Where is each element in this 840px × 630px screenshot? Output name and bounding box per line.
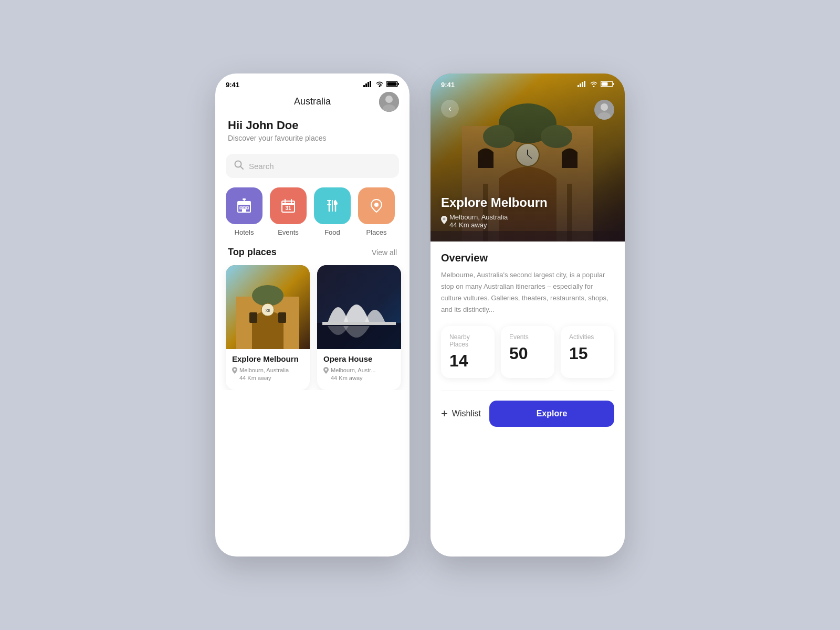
svg-rect-18 — [242, 209, 246, 212]
svg-line-12 — [240, 166, 243, 169]
stat-events: Events 50 — [501, 326, 554, 378]
events-stat-label: Events — [509, 333, 546, 341]
status-icons-2 — [578, 81, 614, 89]
hotels-icon-bg — [226, 187, 262, 224]
svg-point-43 — [325, 369, 327, 371]
status-icons-1 — [363, 81, 399, 89]
svg-rect-59 — [584, 81, 585, 87]
svg-rect-63 — [602, 82, 608, 86]
place-card-2[interactable]: Opera House Melbourn, Austr... 44 Km awa… — [317, 265, 401, 390]
svg-point-31 — [374, 203, 379, 207]
svg-rect-15 — [240, 207, 242, 209]
signal-icon-2 — [578, 81, 587, 89]
user-avatar-2[interactable] — [594, 100, 614, 120]
svg-rect-7 — [387, 82, 397, 86]
place-info-1: Explore Melbourn Melbourn, Australia 44 … — [226, 349, 310, 390]
wifi-icon-2 — [590, 81, 598, 89]
signal-icon — [363, 81, 373, 89]
place-loc-text-2: Melbourn, Austr... 44 Km away — [331, 366, 376, 383]
app-title: Australia — [294, 96, 331, 107]
divider — [441, 391, 614, 391]
place-location-1: Melbourn, Australia 44 Km away — [232, 366, 303, 383]
svg-rect-62 — [613, 83, 614, 85]
nearby-label: Nearby Places — [449, 333, 486, 348]
stats-row: Nearby Places 14 Events 50 Activities 15 — [441, 326, 614, 378]
hotels-label: Hotels — [235, 228, 254, 236]
place-loc-text-1: Melbourn, Australia 44 Km away — [239, 366, 289, 383]
events-icon-bg: 31 — [270, 187, 307, 224]
search-bar[interactable]: Search — [226, 154, 399, 178]
category-hotels[interactable]: Hotels — [226, 187, 262, 236]
hero-location: Melbourn, Australia 44 Km away — [441, 213, 548, 229]
time-2: 9:41 — [441, 81, 455, 89]
status-bar-1: 9:41 — [215, 74, 410, 92]
nearby-value: 14 — [449, 351, 486, 371]
stat-activities: Activities 15 — [561, 326, 614, 378]
back-button[interactable]: ‹ — [441, 100, 459, 118]
svg-rect-57 — [580, 83, 581, 87]
places-icon-bg — [358, 187, 395, 224]
svg-point-34 — [252, 285, 284, 306]
place-card-1[interactable]: XII Explore Melbourn Melbourn, Australia… — [226, 265, 310, 390]
action-row: + Wishlist Explore — [441, 401, 614, 437]
svg-rect-58 — [582, 82, 583, 87]
category-places[interactable]: Places — [358, 187, 395, 236]
explore-button[interactable]: Explore — [489, 401, 614, 427]
svg-point-9 — [385, 96, 393, 103]
wifi-icon — [375, 81, 384, 89]
place-image-1: XII — [226, 265, 310, 349]
phone-screen-2: 9:41 — [430, 74, 625, 556]
detail-section: Overview Melbourne, Australia's second l… — [430, 242, 625, 556]
top-places-title: Top places — [228, 247, 277, 258]
place-location-2: Melbourn, Austr... 44 Km away — [323, 366, 395, 383]
events-label: Events — [278, 228, 299, 236]
hero-pin-icon — [441, 216, 447, 226]
search-icon — [234, 160, 244, 172]
svg-rect-56 — [578, 85, 579, 87]
battery-icon-2 — [601, 81, 614, 89]
svg-point-65 — [601, 103, 608, 111]
phone-screen-1: 9:41 — [215, 74, 410, 556]
time-1: 9:41 — [226, 81, 239, 89]
plus-icon: + — [441, 407, 448, 421]
food-label: Food — [324, 228, 340, 236]
wishlist-button[interactable]: + Wishlist — [441, 407, 481, 421]
svg-rect-3 — [370, 81, 371, 87]
place-name-2: Opera House — [323, 354, 395, 363]
wishlist-label: Wishlist — [452, 409, 481, 418]
category-events[interactable]: 31 Events — [270, 187, 307, 236]
activities-value: 15 — [569, 344, 606, 363]
svg-rect-17 — [246, 207, 248, 209]
greeting-name: Hii John Doe — [228, 119, 397, 132]
hero-title-area: Explore Melbourn Melbourn, Australia 44 … — [441, 195, 548, 229]
hero-section: 9:41 — [430, 74, 625, 242]
places-row: XII Explore Melbourn Melbourn, Australia… — [215, 265, 410, 390]
hero-location-text: Melbourn, Australia 44 Km away — [449, 213, 508, 229]
svg-rect-35 — [249, 312, 257, 323]
svg-text:31: 31 — [285, 205, 291, 211]
category-food[interactable]: Food — [314, 187, 351, 236]
places-label: Places — [366, 228, 386, 236]
activities-label: Activities — [569, 333, 606, 341]
categories-row: Hotels 31 Events — [215, 187, 410, 236]
pin-icon-1 — [232, 366, 237, 376]
svg-rect-36 — [278, 312, 286, 323]
view-all-link[interactable]: View all — [372, 248, 397, 257]
battery-icon — [386, 81, 399, 89]
svg-rect-42 — [322, 322, 396, 325]
status-bar-2: 9:41 — [430, 74, 625, 92]
hero-place-title: Explore Melbourn — [441, 195, 548, 210]
svg-rect-22 — [282, 203, 295, 205]
svg-point-39 — [234, 369, 236, 371]
greeting-subtitle: Discover your favourite places — [228, 134, 397, 142]
svg-point-4 — [379, 86, 381, 88]
app-header-1: Australia — [215, 92, 410, 113]
svg-point-60 — [593, 86, 595, 88]
svg-rect-0 — [363, 85, 365, 87]
overview-text: Melbourne, Australia's second largest ci… — [441, 269, 614, 316]
svg-rect-16 — [243, 207, 245, 209]
svg-rect-20 — [243, 198, 246, 200]
svg-point-67 — [443, 218, 446, 220]
food-icon-bg — [314, 187, 351, 224]
user-avatar-1[interactable] — [379, 92, 399, 112]
